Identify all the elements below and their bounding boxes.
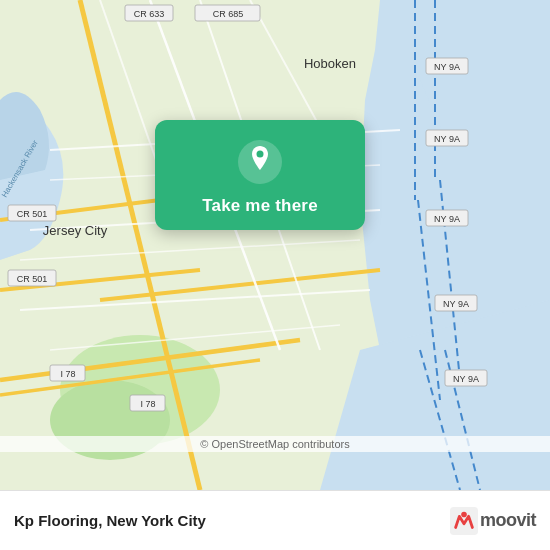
map-view: CR 685 CR 501 CR 501 I 78 I 78 NY 9A NY … xyxy=(0,0,550,490)
svg-rect-55 xyxy=(450,507,478,535)
location-title: Kp Flooring, New York City xyxy=(14,512,450,529)
svg-text:CR 501: CR 501 xyxy=(17,274,48,284)
svg-text:I 78: I 78 xyxy=(60,369,75,379)
svg-text:CR 501: CR 501 xyxy=(17,209,48,219)
svg-text:Hoboken: Hoboken xyxy=(304,56,356,71)
moovit-label: moovit xyxy=(480,510,536,531)
bottom-bar: Kp Flooring, New York City moovit xyxy=(0,490,550,550)
osm-credit: © OpenStreetMap contributors xyxy=(0,436,550,452)
svg-point-56 xyxy=(461,511,467,517)
map-pin-icon xyxy=(236,138,284,186)
svg-text:NY 9A: NY 9A xyxy=(443,299,469,309)
svg-text:Jersey City: Jersey City xyxy=(43,223,108,238)
svg-text:NY 9A: NY 9A xyxy=(434,134,460,144)
svg-point-54 xyxy=(257,151,264,158)
take-me-there-card[interactable]: Take me there xyxy=(155,120,365,230)
svg-text:NY 9A: NY 9A xyxy=(434,62,460,72)
svg-text:NY 9A: NY 9A xyxy=(434,214,460,224)
svg-text:NY 9A: NY 9A xyxy=(453,374,479,384)
map-svg: CR 685 CR 501 CR 501 I 78 I 78 NY 9A NY … xyxy=(0,0,550,490)
svg-text:CR 685: CR 685 xyxy=(213,9,244,19)
moovit-brand-icon xyxy=(450,507,478,535)
svg-text:I 78: I 78 xyxy=(140,399,155,409)
moovit-logo: moovit xyxy=(450,507,536,535)
svg-text:CR 633: CR 633 xyxy=(134,9,165,19)
card-label: Take me there xyxy=(202,196,318,216)
